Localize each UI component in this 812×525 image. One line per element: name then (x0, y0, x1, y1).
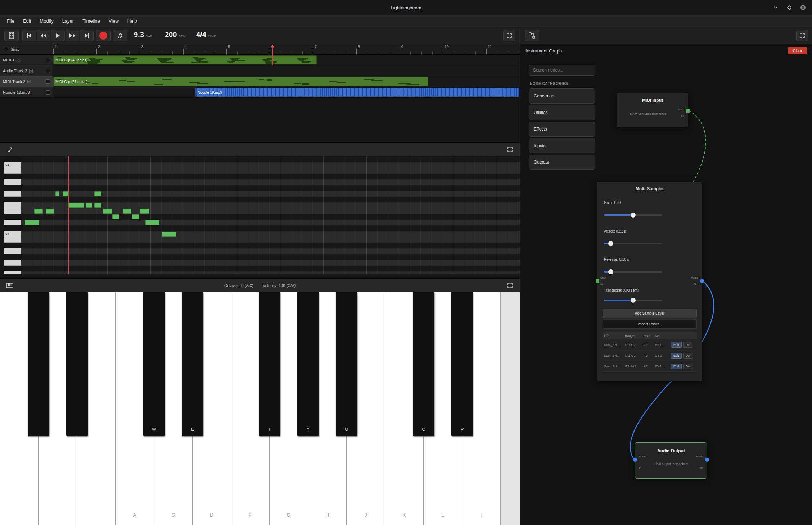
del-button[interactable]: Del (683, 364, 693, 369)
black-key-2[interactable] (66, 292, 88, 436)
node-midi-input[interactable]: MIDI Input Receives MIDI from track MIDI… (617, 93, 688, 127)
track-label[interactable]: Noodle 18.mp3 (0, 87, 53, 97)
menu-edit[interactable]: Edit (19, 17, 35, 25)
metronome-button[interactable] (113, 30, 127, 41)
attack-slider[interactable] (604, 241, 662, 246)
maximize-diamond-icon[interactable] (786, 4, 793, 11)
piano-roll-grid[interactable] (21, 156, 520, 274)
clear-button[interactable]: Clear (788, 47, 807, 54)
audio-out-port[interactable] (700, 279, 704, 283)
black-key-5[interactable]: E (182, 292, 203, 436)
piano-roll-key-c5[interactable]: C5 (4, 162, 21, 168)
track-lane[interactable]: Noodle 18.mp3 (53, 87, 520, 97)
category-utilities[interactable]: Utilities (529, 105, 595, 120)
edit-button[interactable]: Edit (671, 364, 682, 369)
midi-note[interactable] (112, 214, 119, 219)
piano-roll-key-f#4[interactable] (4, 197, 21, 202)
midi-note[interactable] (55, 191, 59, 196)
expand-graph-icon[interactable] (796, 30, 808, 41)
menu-layer[interactable]: Layer (58, 17, 78, 25)
track-checkbox[interactable] (46, 90, 50, 95)
edit-button[interactable]: Edit (671, 353, 682, 359)
piano-roll-key-f#3[interactable] (4, 266, 21, 271)
edit-button[interactable]: Edit (671, 342, 682, 348)
piano-roll-key-f4[interactable] (4, 202, 21, 208)
close-icon[interactable] (800, 4, 806, 11)
clip-midi[interactable]: MIDI Clip (40 notes) (53, 55, 317, 64)
audio-out-port[interactable] (705, 458, 709, 462)
rewind-button[interactable] (37, 30, 50, 41)
menu-timeline[interactable]: Timeline (78, 17, 104, 25)
del-button[interactable]: Del (683, 353, 693, 359)
timeline-ruler[interactable]: 1234567891011 (53, 44, 520, 54)
expand-piano-roll-icon[interactable] (505, 145, 515, 154)
release-slider[interactable] (604, 269, 662, 274)
gain-slider[interactable] (604, 213, 662, 218)
midi-note[interactable] (34, 209, 43, 214)
midi-out-port[interactable] (686, 109, 690, 113)
black-key-4[interactable]: W (143, 292, 165, 436)
fast-forward-button[interactable] (66, 30, 79, 41)
menu-modify[interactable]: Modify (36, 17, 57, 25)
search-input[interactable] (529, 65, 595, 76)
add-sample-layer-button[interactable]: Add Sample Layer (603, 309, 697, 318)
piano-roll-key-d#4[interactable] (4, 214, 21, 220)
track-checkbox[interactable] (46, 79, 50, 84)
midi-note[interactable] (132, 214, 139, 219)
black-key-7[interactable]: T (259, 292, 280, 436)
fit-view-icon[interactable] (4, 145, 15, 154)
midi-note[interactable] (103, 209, 112, 214)
midi-note[interactable] (68, 203, 84, 208)
play-button[interactable] (51, 30, 65, 41)
skip-end-button[interactable] (80, 30, 94, 41)
midi-note[interactable] (162, 232, 176, 237)
piano-roll-playhead[interactable] (68, 156, 69, 274)
track-lane[interactable]: MIDI Clip (40 notes) (53, 55, 520, 65)
black-key-8[interactable]: Y (297, 292, 319, 436)
expand-timeline-icon[interactable] (503, 30, 515, 41)
piano-roll-key-g#4[interactable] (4, 185, 21, 191)
midi-in-port[interactable] (596, 279, 599, 283)
black-key-12[interactable]: P (451, 292, 473, 436)
midi-note[interactable] (25, 220, 39, 225)
piano-roll-key-b4[interactable] (4, 168, 21, 174)
clip-audio[interactable]: Noodle 18.mp3 (195, 88, 519, 97)
audio-in-port[interactable] (633, 458, 637, 462)
piano-roll-key-a#4[interactable] (4, 174, 21, 179)
piano-roll-key-e4[interactable] (4, 208, 21, 214)
record-button[interactable] (96, 30, 111, 41)
piano-roll-key-g4[interactable] (4, 191, 21, 197)
skip-start-button[interactable] (22, 30, 36, 41)
node-audio-output[interactable]: Audio Output Final output to speakers Au… (635, 442, 707, 479)
menu-help[interactable]: Help (123, 17, 141, 25)
track-lane[interactable] (53, 65, 520, 76)
track-label[interactable]: MIDI 1[A] (0, 55, 53, 65)
category-generators[interactable]: Generators (529, 88, 595, 104)
slider-handle[interactable] (631, 213, 636, 218)
graph-canvas[interactable]: NODE CATEGORIES GeneratorsUtilitiesEffec… (520, 58, 812, 525)
node-multi-sampler[interactable]: Multi Sampler Gain: 1.00 Attack: 0.01 s … (597, 182, 702, 381)
piano-roll-key-g3[interactable] (4, 260, 21, 266)
piano-roll-key-g#3[interactable] (4, 254, 21, 260)
graph-icon[interactable] (525, 30, 539, 41)
category-outputs[interactable]: Outputs (529, 155, 595, 170)
track-lane[interactable]: MIDI Clip (21 notes) (53, 76, 520, 87)
piano-roll-key-a3[interactable] (4, 248, 21, 254)
piano-roll-key-f3[interactable] (4, 271, 21, 274)
menu-file[interactable]: File (3, 17, 18, 25)
midi-note[interactable] (145, 220, 159, 225)
transpose-slider[interactable] (604, 298, 662, 303)
black-key-1[interactable] (28, 292, 49, 436)
piano-roll-key-a#3[interactable] (4, 243, 21, 248)
midi-note[interactable] (86, 203, 92, 208)
del-button[interactable]: Del (683, 342, 693, 348)
piano-roll-key-c4[interactable]: C4 (4, 231, 21, 237)
black-key-11[interactable]: O (413, 292, 434, 436)
piano-roll-key-c#4[interactable] (4, 225, 21, 231)
clip-midi[interactable]: MIDI Clip (21 notes) (53, 77, 428, 86)
track-checkbox[interactable] (46, 58, 50, 62)
midi-note[interactable] (140, 209, 149, 214)
track-label[interactable]: Audio Track 2[A] (0, 65, 53, 76)
snap-checkbox[interactable] (4, 47, 8, 51)
category-inputs[interactable]: Inputs (529, 138, 595, 153)
